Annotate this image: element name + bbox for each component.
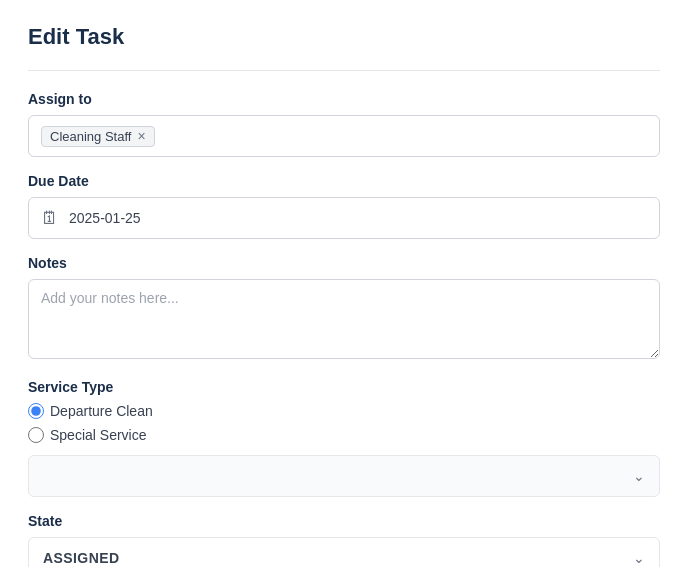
service-type-dropdown[interactable]: ⌄ bbox=[28, 455, 660, 497]
calendar-icon: 🗓 bbox=[41, 208, 59, 229]
radio-option-special[interactable]: Special Service bbox=[28, 427, 660, 443]
radio-special-label: Special Service bbox=[50, 427, 147, 443]
assign-to-input-wrapper[interactable]: Cleaning Staff × bbox=[28, 115, 660, 157]
notes-field: Notes bbox=[28, 255, 660, 363]
service-type-label: Service Type bbox=[28, 379, 660, 395]
tag-label: Cleaning Staff bbox=[50, 129, 131, 144]
tag-remove-button[interactable]: × bbox=[137, 129, 145, 143]
state-label: State bbox=[28, 513, 660, 529]
radio-option-departure[interactable]: Departure Clean bbox=[28, 403, 660, 419]
due-date-field: Due Date 🗓 2025-01-25 bbox=[28, 173, 660, 239]
service-type-field: Service Type Departure Clean Special Ser… bbox=[28, 379, 660, 497]
radio-special[interactable] bbox=[28, 427, 44, 443]
divider bbox=[28, 70, 660, 71]
assign-to-label: Assign to bbox=[28, 91, 660, 107]
cleaning-staff-tag: Cleaning Staff × bbox=[41, 126, 155, 147]
radio-departure[interactable] bbox=[28, 403, 44, 419]
due-date-value: 2025-01-25 bbox=[69, 210, 141, 226]
due-date-input-wrapper[interactable]: 🗓 2025-01-25 bbox=[28, 197, 660, 239]
state-chevron-icon: ⌄ bbox=[633, 550, 645, 566]
chevron-down-icon: ⌄ bbox=[633, 468, 645, 484]
state-dropdown[interactable]: ASSIGNED ⌄ bbox=[28, 537, 660, 567]
due-date-label: Due Date bbox=[28, 173, 660, 189]
state-dropdown-value: ASSIGNED bbox=[43, 550, 119, 566]
notes-textarea[interactable] bbox=[28, 279, 660, 359]
assign-to-field: Assign to Cleaning Staff × bbox=[28, 91, 660, 157]
service-type-radio-group: Departure Clean Special Service bbox=[28, 403, 660, 443]
state-field: State ASSIGNED ⌄ bbox=[28, 513, 660, 567]
radio-departure-label: Departure Clean bbox=[50, 403, 153, 419]
page-title: Edit Task bbox=[28, 24, 660, 50]
assign-to-text-input[interactable] bbox=[163, 128, 647, 144]
notes-label: Notes bbox=[28, 255, 660, 271]
